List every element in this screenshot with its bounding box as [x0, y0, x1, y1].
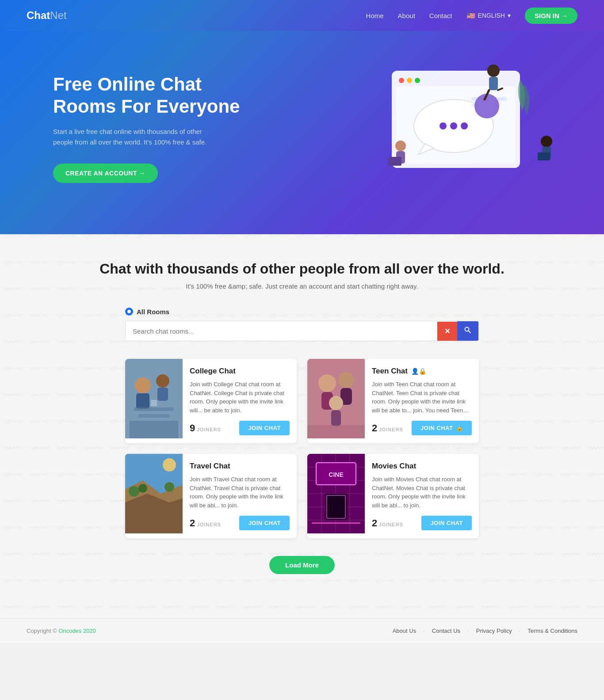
card-movies-image: CINE [307, 454, 365, 533]
footer-brand-link[interactable]: Oncodes 2020 [58, 628, 96, 634]
svg-point-3 [415, 78, 420, 83]
svg-point-51 [164, 482, 174, 492]
card-college-title: College Chat [190, 367, 290, 376]
sign-in-button[interactable]: SIGN IN → [525, 8, 577, 24]
card-travel: Travel Chat Join with Travel Chat chat r… [125, 454, 297, 538]
hero-illustration [356, 57, 577, 199]
svg-point-40 [329, 396, 343, 410]
card-college: College Chat Join with College Chat chat… [125, 359, 297, 443]
search-section: All Rooms ✕ [125, 308, 479, 341]
card-movies: CINE Movies Chat Join with Movies Chat c… [307, 454, 479, 538]
svg-rect-27 [136, 393, 149, 409]
card-college-footer: 9 JOINERS JOIN CHAT [190, 421, 290, 435]
svg-rect-68 [312, 522, 360, 524]
svg-rect-30 [134, 407, 174, 411]
card-college-body: College Chat Join with College Chat chat… [183, 359, 297, 443]
cards-grid: College Chat Join with College Chat chat… [125, 359, 479, 538]
search-bar: ✕ [125, 321, 479, 341]
card-college-joiners: 9 JOINERS [190, 422, 221, 434]
card-travel-joiners: 2 JOINERS [190, 517, 221, 529]
language-label: ENGLISH [478, 12, 505, 19]
language-selector[interactable]: 🇺🇸 ENGLISH ▾ [466, 11, 511, 20]
card-college-join-button[interactable]: JOIN CHAT [239, 421, 290, 435]
load-more-section: Load More [53, 556, 551, 574]
svg-point-26 [135, 377, 151, 393]
card-teen-image [307, 359, 365, 438]
load-more-button[interactable]: Load More [269, 556, 335, 574]
card-travel-body: Travel Chat Join with Travel Chat chat r… [183, 454, 297, 538]
svg-rect-14 [489, 77, 498, 90]
svg-rect-41 [331, 410, 341, 426]
card-travel-image [125, 454, 183, 533]
logo: Chat Net [27, 9, 67, 22]
card-teen-desc: Join with Teen Chat chat room at ChatNet… [372, 380, 472, 415]
hero-title: Free Online Chat Rooms For Everyone [53, 73, 256, 118]
header: Chat Net Home About Contact 🇺🇸 ENGLISH ▾… [0, 0, 604, 31]
svg-rect-32 [130, 421, 178, 438]
svg-rect-42 [307, 425, 365, 438]
footer-privacy-link[interactable]: Privacy Policy [476, 628, 512, 634]
footer-terms-link[interactable]: Terms & Conditions [528, 628, 577, 634]
svg-point-17 [395, 141, 406, 151]
footer-links: About Us · Contact Us · Privacy Policy ·… [393, 628, 577, 634]
card-teen-title: Teen Chat 👤🔒 [372, 367, 472, 376]
svg-point-7 [440, 122, 447, 129]
logo-chat: Chat [27, 9, 50, 22]
hero-section: Free Online Chat Rooms For Everyone Star… [0, 31, 604, 234]
svg-rect-67 [327, 495, 345, 518]
card-movies-footer: 2 JOINERS JOIN CHAT [372, 516, 472, 530]
nav-about[interactable]: About [398, 12, 415, 19]
nav-home[interactable]: Home [366, 12, 384, 19]
svg-point-38 [338, 372, 354, 388]
svg-point-8 [450, 122, 457, 129]
private-icon: 👤🔒 [411, 368, 426, 375]
search-input[interactable] [126, 322, 437, 340]
chevron-down-icon: ▾ [508, 12, 511, 19]
svg-rect-31 [138, 414, 169, 418]
card-travel-title: Travel Chat [190, 462, 290, 471]
card-teen-footer: 2 JOINERS JOIN CHAT 🔒 [372, 421, 472, 435]
all-rooms-text: All Rooms [137, 308, 169, 316]
svg-point-23 [465, 327, 469, 331]
svg-line-24 [469, 331, 470, 333]
svg-point-9 [461, 122, 468, 129]
card-teen-joiners: 2 JOINERS [372, 422, 403, 434]
svg-rect-34 [151, 400, 157, 406]
create-account-button[interactable]: CREATE AN ACCOUNT → [53, 164, 158, 183]
footer-copyright: Copyright © Oncodes 2020 [27, 628, 96, 634]
card-college-image [125, 359, 183, 438]
card-movies-joiners: 2 JOINERS [372, 517, 403, 529]
card-movies-join-button[interactable]: JOIN CHAT [421, 516, 472, 530]
main-nav: Home About Contact 🇺🇸 ENGLISH ▾ SIGN IN … [366, 8, 577, 24]
card-movies-title: Movies Chat [372, 462, 472, 471]
section-subtitle: It's 100% free &amp; safe. Just create a… [53, 282, 551, 290]
section-title: Chat with thousands of other people from… [53, 261, 551, 277]
svg-point-36 [318, 374, 336, 392]
main-content: Chat with thousands of other people from… [0, 234, 604, 618]
all-rooms-label: All Rooms [125, 308, 479, 316]
card-teen-body: Teen Chat 👤🔒 Join with Teen Chat chat ro… [365, 359, 479, 443]
card-travel-join-button[interactable]: JOIN CHAT [239, 516, 290, 530]
svg-rect-22 [538, 152, 550, 160]
footer-contact-link[interactable]: Contact Us [432, 628, 460, 634]
footer-about-link[interactable]: About Us [393, 628, 416, 634]
logo-net: Net [50, 9, 66, 22]
svg-rect-29 [157, 388, 168, 401]
svg-point-20 [541, 136, 552, 147]
card-teen-join-button[interactable]: JOIN CHAT 🔒 [412, 421, 472, 435]
svg-point-49 [129, 486, 139, 497]
svg-point-13 [487, 65, 500, 77]
card-teen: Teen Chat 👤🔒 Join with Teen Chat chat ro… [307, 359, 479, 443]
card-movies-desc: Join with Movies Chat chat room at ChatN… [372, 475, 472, 510]
search-clear-button[interactable]: ✕ [437, 322, 457, 341]
svg-point-28 [156, 374, 169, 388]
svg-rect-19 [388, 157, 401, 166]
hero-subtitle: Start a live free chat online with thous… [53, 126, 221, 148]
footer: Copyright © Oncodes 2020 About Us · Cont… [0, 618, 604, 643]
card-travel-footer: 2 JOINERS JOIN CHAT [190, 516, 290, 530]
nav-contact[interactable]: Contact [429, 12, 452, 19]
lock-icon: 🔒 [456, 425, 463, 431]
svg-point-1 [399, 78, 404, 83]
svg-point-12 [474, 94, 499, 118]
search-go-button[interactable] [457, 321, 478, 341]
